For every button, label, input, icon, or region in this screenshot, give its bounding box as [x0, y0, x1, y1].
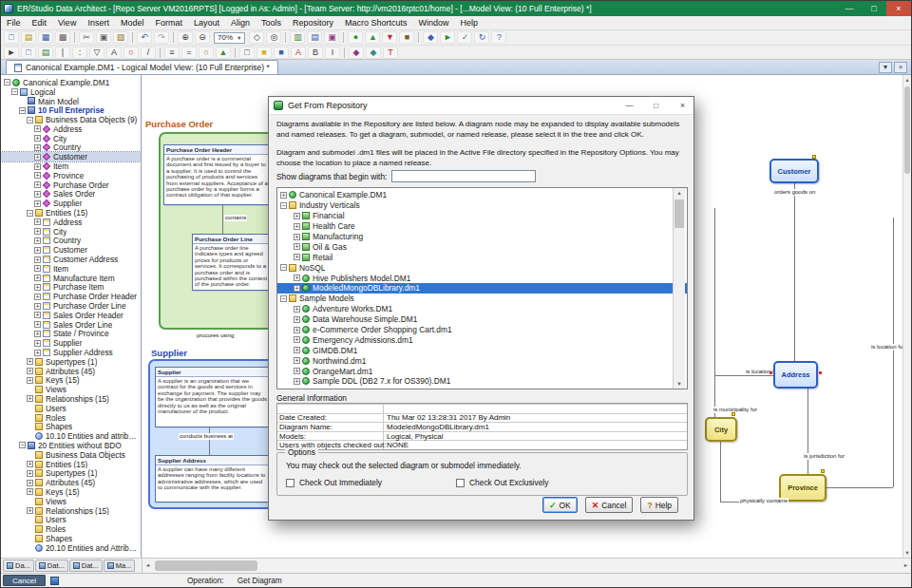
list-scrollbar[interactable]: ▲ ▼ [673, 188, 685, 389]
data-dictionary-button[interactable]: ▤ [307, 31, 322, 44]
tree-item[interactable]: + Purchase Order Line [1, 301, 141, 311]
expander-icon[interactable]: + [34, 125, 41, 132]
menu-item[interactable]: Window [413, 16, 455, 29]
compare-merge-button[interactable]: ◆ [423, 31, 438, 44]
menu-item[interactable]: Macro Shortcuts [339, 16, 413, 29]
expander-icon[interactable]: + [34, 228, 41, 235]
close-tab-button[interactable]: × [894, 62, 907, 73]
scroll-right-arrow-icon[interactable]: ► [901, 559, 911, 573]
tree-item[interactable]: + Supplier [1, 199, 141, 208]
menu-item[interactable]: Insert [82, 16, 115, 29]
scroll-up-arrow-icon[interactable]: ▲ [674, 188, 685, 198]
redo-button[interactable]: ↷ [154, 31, 169, 44]
zoom-level-combo[interactable]: 70% ▼ [214, 32, 245, 44]
diagram-filter-input[interactable] [391, 170, 536, 182]
expander-icon[interactable]: + [34, 340, 41, 347]
select-tool-button[interactable]: ► [4, 47, 19, 59]
relationship-label[interactable]: conducts business at [179, 433, 234, 440]
expander-icon[interactable]: + [34, 331, 41, 337]
expander-icon[interactable]: − [4, 79, 10, 85]
subtype-tool-button[interactable]: ▽ [89, 47, 104, 59]
list-scrollbar-thumb[interactable] [674, 199, 684, 228]
tree-item[interactable]: + Country [1, 237, 141, 246]
tree-item[interactable]: + Customer [1, 245, 141, 255]
layout-tree-button[interactable]: ▲ [216, 47, 231, 59]
expander-icon[interactable]: − [19, 442, 26, 448]
dialog-minimize-button[interactable]: — [618, 97, 640, 114]
entity-supplier[interactable]: Supplier A supplier is an organization t… [155, 367, 271, 427]
expander-icon[interactable]: + [34, 181, 41, 188]
tree-item[interactable]: + Relationships (15) [1, 506, 141, 516]
relationship-label[interactable]: is jurisdiction for [803, 453, 846, 460]
tree-item[interactable]: + Address [1, 218, 141, 227]
bold-button[interactable]: B [308, 47, 323, 59]
tree-item[interactable]: + Supplier Address [1, 348, 141, 357]
expander-icon[interactable]: + [27, 507, 33, 514]
menu-item[interactable]: Repository [287, 16, 339, 29]
repository-tree-item[interactable]: + Emergency Admissions.dm1 [277, 334, 687, 345]
expander-icon[interactable]: + [27, 480, 33, 486]
entity-purchase-order-header[interactable]: Purchase Order Header A purchase order i… [163, 144, 272, 205]
expander-icon[interactable]: + [34, 284, 41, 291]
help-button[interactable]: ? Help [640, 497, 678, 513]
expander-icon[interactable]: + [34, 172, 41, 179]
repository-tree-item[interactable]: + Oil & Gas [277, 241, 687, 252]
scroll-left-arrow-icon[interactable]: ◄ [142, 559, 153, 573]
repository-tree-item[interactable]: + Financial [277, 211, 687, 221]
tree-item[interactable]: + Item [1, 264, 141, 274]
expander-icon[interactable]: + [27, 368, 33, 374]
print-button[interactable]: ▩ [55, 31, 70, 44]
relationship-line[interactable] [222, 205, 223, 234]
tree-item[interactable]: + Entities (15) [1, 460, 141, 469]
expander-icon[interactable]: + [34, 256, 41, 263]
expander-icon[interactable]: + [294, 327, 300, 333]
tree-item[interactable]: − Business Data Objects (9) [1, 115, 141, 124]
tree-item[interactable]: + Purchase Item [1, 283, 141, 293]
group-title-supplier[interactable]: Supplier [151, 348, 187, 358]
expander-icon[interactable]: + [294, 213, 300, 219]
tree-item[interactable]: − Canonical Example.DM1 [1, 78, 141, 87]
diagram-tree-button[interactable]: ▥ [290, 31, 305, 44]
tree-item[interactable]: + City [1, 134, 141, 143]
tree-item[interactable]: + Purchase Order [1, 180, 141, 190]
non-identifying-relationship-button[interactable]: : [72, 47, 87, 59]
expander-icon[interactable]: + [34, 154, 41, 161]
scroll-down-arrow-icon[interactable]: ▼ [903, 548, 911, 558]
relationship-label[interactable]: is municipality for [712, 407, 758, 413]
text-tool-button[interactable]: A [106, 47, 122, 59]
scroll-down-arrow-icon[interactable]: ▼ [674, 379, 685, 389]
expander-icon[interactable]: + [294, 357, 300, 364]
group-title-purchase-order[interactable]: Purchase Order [145, 119, 213, 129]
relationship-label[interactable]: contains [224, 215, 247, 221]
tree-item[interactable]: − Logical [1, 87, 141, 97]
help-toolbar-button[interactable]: ? [491, 31, 506, 44]
tree-item[interactable]: 20.10 Entities and Attributes w [1, 543, 141, 553]
fill-color-button[interactable]: ■ [256, 47, 272, 59]
menu-item[interactable]: Align [225, 16, 256, 29]
tree-item[interactable]: + Customer Address [1, 255, 141, 264]
expander-icon[interactable]: + [294, 285, 300, 292]
repository-tree-item[interactable]: + Data Warehouse Simple.DM1 [277, 314, 687, 325]
relationship-label[interactable]: is location for [870, 344, 902, 351]
horizontal-scrollbar-thumb[interactable] [155, 560, 257, 571]
tree-item[interactable]: + Purchase Order Header [1, 292, 141, 301]
repository-tree-item[interactable]: + Adventure Works.DM1 [277, 304, 687, 314]
entity-tool-button[interactable]: □ [21, 47, 36, 59]
identifying-relationship-button[interactable]: | [55, 47, 70, 59]
relationship-line[interactable] [893, 218, 894, 487]
check-out-immediately-option[interactable]: Check Out Immediately [286, 478, 382, 487]
paste-button[interactable]: ▨ [113, 31, 128, 44]
menu-item[interactable]: Tools [256, 16, 287, 29]
tree-item[interactable]: + Item [1, 161, 141, 171]
vertical-scrollbar-thumb[interactable] [904, 86, 910, 174]
statusbar-cancel-button[interactable]: Cancel [3, 575, 46, 586]
undo-button[interactable]: ↶ [137, 31, 152, 44]
tree-item[interactable]: Shapes [1, 422, 141, 431]
scroll-up-arrow-icon[interactable]: ▲ [903, 75, 911, 85]
repository-get-button[interactable]: ● [348, 31, 363, 44]
repository-tree-item[interactable]: + Health Care [277, 221, 687, 232]
expander-icon[interactable]: + [27, 461, 33, 467]
expander-icon[interactable]: + [294, 243, 300, 250]
repository-tree-item[interactable]: + e-Commerce Order Shopping Cart.dm1 [277, 325, 687, 335]
repository-tree-item[interactable]: + Canonical Example.DM1 [277, 190, 687, 200]
